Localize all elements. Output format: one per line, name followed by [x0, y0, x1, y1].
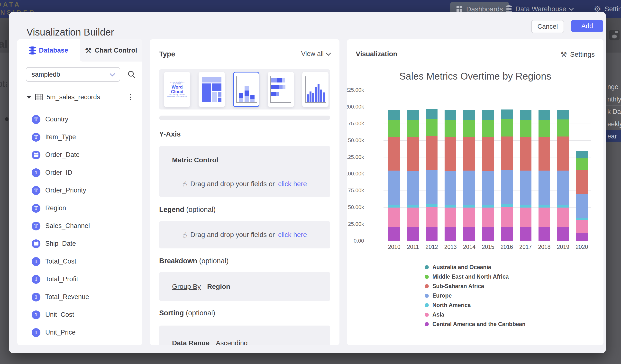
x-axis-tick-label: 2010 — [385, 244, 404, 250]
segment-sub-saharan-africa — [426, 136, 437, 170]
segment-north-america — [463, 205, 475, 208]
legend-item: Central America and the Caribbean — [425, 319, 526, 329]
x-axis-tick-label: 2019 — [553, 244, 572, 250]
field-row[interactable]: 1Total_Profit — [32, 270, 136, 288]
treemap-icon — [202, 77, 222, 102]
database-select[interactable]: sampledb — [26, 67, 120, 82]
segment-asia — [445, 208, 456, 227]
field-row[interactable]: TRegion — [32, 199, 136, 217]
text-field-icon: T — [32, 186, 40, 195]
segment-north-america — [538, 205, 550, 208]
click-here-link[interactable]: click here — [278, 231, 307, 239]
segment-europe — [538, 171, 550, 205]
stacked-bar-2017 — [520, 110, 532, 241]
x-axis-tick-label: 2020 — [572, 244, 591, 250]
segment-middle-east-and-north-africa — [501, 119, 513, 136]
add-button[interactable]: Add — [571, 20, 603, 32]
legend-label: North America — [432, 302, 471, 309]
chart-config-panel: Type View all iness AnalyticsBigDataWord… — [150, 39, 340, 345]
background-bullet — [5, 117, 9, 121]
tab-chart-control[interactable]: ⚒ Chart Control — [80, 39, 142, 62]
legend-label: Europe — [432, 293, 452, 299]
field-row[interactable]: TCountry — [32, 110, 136, 128]
segment-asia — [501, 207, 513, 227]
segment-europe — [463, 171, 475, 205]
stacked-bar-2015 — [482, 110, 494, 241]
segment-sub-saharan-africa — [576, 170, 588, 194]
segment-asia — [426, 207, 437, 227]
segment-north-america — [576, 218, 588, 220]
segment-sub-saharan-africa — [388, 137, 400, 171]
table-tree-row[interactable]: 5m_sales_records — [27, 92, 134, 103]
segment-central-america-and-the-caribbean — [426, 227, 437, 241]
segment-asia — [388, 208, 400, 227]
click-here-link[interactable]: click here — [278, 180, 307, 188]
field-row[interactable]: Ship_Date — [32, 235, 136, 253]
chart-type-stacked-column[interactable] — [233, 72, 259, 107]
field-row[interactable]: TOrder_Priority — [32, 182, 136, 199]
breakdown-section-label: Breakdown (optional) — [159, 257, 228, 265]
y-axis-tick-label: 0.00 — [347, 238, 364, 244]
segment-europe — [445, 171, 456, 205]
segment-australia-and-oceania — [388, 110, 400, 120]
field-row[interactable]: 1Unit_Cost — [32, 306, 136, 324]
expand-caret-icon[interactable] — [27, 96, 31, 99]
search-icon[interactable] — [127, 70, 136, 79]
field-row[interactable]: TItem_Type — [32, 128, 136, 146]
segment-sub-saharan-africa — [501, 137, 513, 170]
field-row[interactable]: 1Total_Revenue — [32, 288, 136, 306]
visualization-settings-button[interactable]: ⚒ Settings — [560, 50, 595, 59]
word-cloud-icon: iness AnalyticsBigDataWordCloudPlanning … — [167, 81, 187, 98]
view-all-button[interactable]: View all — [301, 50, 330, 58]
gridline — [383, 241, 591, 241]
field-name: Country — [45, 116, 68, 123]
field-row[interactable]: 1Order_ID — [32, 164, 136, 182]
chart-type-treemap[interactable] — [199, 72, 225, 107]
legend-item: Sub-Saharan Africa — [425, 281, 526, 291]
legend-dropzone[interactable]: ☝ Drag and drop your fields or click her… — [159, 221, 330, 248]
segment-europe — [388, 171, 400, 204]
tools-icon: ⚒ — [560, 50, 567, 59]
legend-label: Central America and the Caribbean — [432, 321, 526, 328]
y-axis-tick-label: 175.00k — [347, 121, 364, 127]
type-strip-scrollbar[interactable] — [159, 116, 330, 120]
segment-australia-and-oceania — [445, 110, 456, 120]
segment-middle-east-and-north-africa — [463, 120, 475, 137]
number-field-icon: 1 — [32, 311, 40, 319]
breakdown-groupby-row[interactable]: Group By Region — [159, 272, 330, 301]
field-name: Ship_Date — [45, 240, 76, 247]
tab-database[interactable]: Database — [17, 39, 80, 62]
group-by-label[interactable]: Group By — [172, 283, 201, 291]
metric-control-dropzone[interactable]: Metric Control ☝ Drag and drop your fiel… — [159, 146, 330, 197]
text-field-icon: T — [32, 204, 40, 213]
segment-central-america-and-the-caribbean — [445, 227, 456, 241]
tools-icon: ⚒ — [85, 46, 92, 55]
sorting-row[interactable]: Data Range Ascending — [159, 326, 330, 345]
field-row[interactable]: 1Total_Cost — [32, 253, 136, 270]
field-name: Region — [45, 204, 66, 212]
background-text-fragment: ota — [0, 78, 7, 89]
modal-title: Visualization Builder — [27, 27, 114, 38]
save-icon[interactable] — [609, 30, 620, 40]
legend-item: Europe — [425, 291, 526, 300]
field-row[interactable]: TSales_Channel — [32, 217, 136, 235]
cancel-button[interactable]: Cancel — [531, 20, 564, 33]
stacked-bar-2010 — [388, 110, 400, 241]
database-icon — [29, 47, 36, 54]
segment-sub-saharan-africa — [407, 137, 419, 171]
stacked-bar-chart: 225.00k200.00k175.00k150.00k125.00k100.0… — [383, 90, 591, 241]
field-name: Total_Revenue — [45, 293, 89, 301]
field-row[interactable]: 1Unit_Price — [32, 324, 136, 341]
segment-asia — [407, 208, 419, 227]
kebab-menu-icon[interactable] — [127, 93, 134, 101]
segment-central-america-and-the-caribbean — [388, 227, 400, 241]
chart-type-word-cloud[interactable]: iness AnalyticsBigDataWordCloudPlanning … — [164, 72, 190, 107]
date-field-icon — [32, 240, 40, 248]
legend-item: Australia and Oceania — [425, 262, 526, 272]
y-axis-tick-label: 75.00k — [347, 187, 364, 194]
segment-australia-and-oceania — [407, 110, 419, 120]
chevron-down-icon — [110, 71, 115, 77]
chart-type-stacked-bar[interactable] — [268, 72, 294, 107]
chart-type-column[interactable] — [302, 72, 328, 107]
field-row[interactable]: Order_Date — [32, 146, 136, 164]
